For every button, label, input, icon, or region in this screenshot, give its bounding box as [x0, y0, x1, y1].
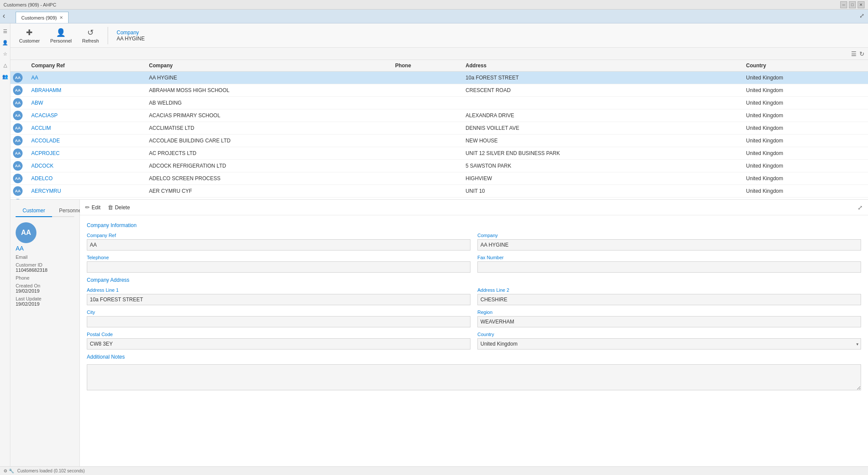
row-ref: ADCOCK: [26, 160, 144, 172]
label-fax: Fax Number: [477, 255, 861, 260]
section-additional-notes: Additional Notes: [87, 354, 861, 360]
created-on-label: Created On: [16, 283, 74, 288]
row-ref: ABRAHAMM: [26, 84, 144, 97]
row-country: United Kingdom: [741, 160, 868, 172]
edit-button[interactable]: ✏ Edit: [85, 204, 101, 211]
table-row[interactable]: AA ACACIASP ACACIAS PRIMARY SCHOOL ALEXA…: [10, 109, 868, 122]
close-button[interactable]: ✕: [858, 1, 865, 8]
input-postal-code[interactable]: [87, 338, 470, 350]
detail-form-area: ✏ Edit 🗑 Delete ⤢ Com: [80, 200, 868, 475]
field-city: City: [87, 310, 470, 327]
row-phone: [390, 84, 460, 97]
table-row[interactable]: AA ABW AB WELDING United Kingdom: [10, 97, 868, 109]
input-city[interactable]: [87, 316, 470, 327]
col-address[interactable]: Address: [460, 60, 741, 72]
table-row[interactable]: AA ACCOLADE ACCOLADE BUILDING CARE LTD N…: [10, 135, 868, 147]
sidebar-icon-users[interactable]: 👤: [1, 38, 10, 47]
col-ref[interactable]: Company Ref: [26, 60, 144, 72]
col-country[interactable]: Country: [741, 60, 868, 72]
row-address: CRESCENT ROAD: [460, 84, 741, 97]
input-company-ref[interactable]: [87, 239, 470, 251]
tab-label: Customers (909): [21, 15, 57, 20]
input-address-line2[interactable]: [477, 294, 861, 305]
table-row[interactable]: AA ADELCO ADELCO SCREEN PROCESS HIGHVIEW…: [10, 172, 868, 185]
row-avatar: AA: [13, 186, 23, 196]
label-address-line1: Address Line 1: [87, 287, 470, 293]
row-phone: [390, 72, 460, 84]
field-address-line2: Address Line 2: [477, 287, 861, 305]
form-row-tel-fax: Telephone Fax Number: [87, 255, 861, 273]
select-country[interactable]: United Kingdom United States France Germ…: [477, 338, 861, 350]
expand-icon[interactable]: ⤢: [859, 12, 865, 19]
row-avatar: AA: [13, 111, 23, 120]
tab-customers[interactable]: Customers (909) ✕: [16, 12, 69, 23]
sidebar-icon-menu[interactable]: ☰: [1, 27, 10, 36]
form-row-ref-company: Company Ref Company: [87, 233, 861, 251]
row-avatar: AA: [13, 148, 23, 158]
sidebar-icon-star[interactable]: ☆: [1, 49, 10, 58]
label-country: Country: [477, 332, 861, 337]
personnel-icon: 👤: [56, 28, 66, 37]
list-view-icon[interactable]: ☰: [851, 50, 857, 57]
back-button[interactable]: ‹: [3, 11, 5, 20]
row-company: ABRAHAM MOSS HIGH SCHOOL: [144, 84, 390, 97]
delete-button[interactable]: 🗑 Delete: [108, 204, 130, 211]
row-avatar: AA: [13, 136, 23, 145]
tab-customer[interactable]: Customer: [16, 205, 52, 217]
row-phone: [390, 172, 460, 185]
refresh-button[interactable]: ↺ Refresh: [79, 26, 102, 45]
input-fax[interactable]: [477, 261, 861, 273]
title-bar-text: Customers (909) - AHPC: [3, 2, 56, 7]
row-avatar: AA: [13, 98, 23, 108]
toolbar-separator: [108, 27, 108, 44]
sidebar: ☰ 👤 ☆ △ 👥: [0, 23, 10, 475]
bottom-panel: Customer Personnel AA AA Email Customer …: [10, 200, 868, 475]
form-row-city-region: City Region: [87, 310, 861, 327]
refresh-table-icon[interactable]: ↻: [859, 50, 865, 57]
col-phone[interactable]: Phone: [390, 60, 460, 72]
row-address: ALEXANDRA DRIVE: [460, 109, 741, 122]
personnel-button[interactable]: 👤 Personnel: [47, 26, 76, 45]
row-address: NEW HOUSE: [460, 135, 741, 147]
row-address: UNIT 12 SILVER END BUSINESS PARK: [460, 147, 741, 160]
table-row[interactable]: AA AA AA HYGINE 10a FOREST STREET United…: [10, 72, 868, 84]
input-address-line1[interactable]: [87, 294, 470, 305]
sidebar-icon-delta[interactable]: △: [1, 61, 10, 69]
label-postal-code: Postal Code: [87, 332, 470, 337]
phone-label: Phone: [16, 275, 74, 280]
col-avatar: [10, 60, 26, 72]
row-country: United Kingdom: [741, 97, 868, 109]
input-telephone[interactable]: [87, 261, 470, 273]
table-row[interactable]: AA ACCLIM ACCLIMATISE LTD DENNIS VOILLET…: [10, 122, 868, 135]
input-region[interactable]: [477, 316, 861, 327]
sidebar-icon-person[interactable]: 👥: [1, 72, 10, 81]
customer-button[interactable]: ✚ Customer: [16, 26, 43, 45]
row-country: United Kingdom: [741, 84, 868, 97]
row-phone: [390, 97, 460, 109]
input-company[interactable]: [477, 239, 861, 251]
expand-form-button[interactable]: ⤢: [858, 204, 863, 211]
minimize-button[interactable]: ─: [840, 1, 847, 8]
table-row[interactable]: AA ACPROJEC AC PROJECTS LTD UNIT 12 SILV…: [10, 147, 868, 160]
row-ref: AERCYMRU: [26, 185, 144, 198]
table-row[interactable]: AA AERCYMRU AER CYMRU CYF UNIT 10 United…: [10, 185, 868, 198]
table-row[interactable]: AA ADCOCK ADCOCK REFRIGERATION LTD 5 SAW…: [10, 160, 868, 172]
row-avatar: AA: [13, 73, 23, 82]
table-row[interactable]: AA ABRAHAMM ABRAHAM MOSS HIGH SCHOOL CRE…: [10, 84, 868, 97]
row-country: United Kingdom: [741, 109, 868, 122]
row-country: United Kingdom: [741, 147, 868, 160]
row-avatar: AA: [13, 161, 23, 171]
col-company[interactable]: Company: [144, 60, 390, 72]
row-company: ADELCO SCREEN PROCESS: [144, 172, 390, 185]
input-additional-notes[interactable]: [87, 364, 861, 390]
row-phone: [390, 109, 460, 122]
field-company-ref: Company Ref: [87, 233, 470, 251]
maximize-button[interactable]: □: [849, 1, 856, 8]
row-avatar: AA: [13, 86, 23, 95]
row-country: United Kingdom: [741, 135, 868, 147]
tab-close-icon[interactable]: ✕: [59, 15, 63, 20]
row-phone: [390, 122, 460, 135]
row-ref: AA: [26, 72, 144, 84]
row-ref: ACPROJEC: [26, 147, 144, 160]
table-toolbar: ☰ ↻: [10, 48, 868, 60]
